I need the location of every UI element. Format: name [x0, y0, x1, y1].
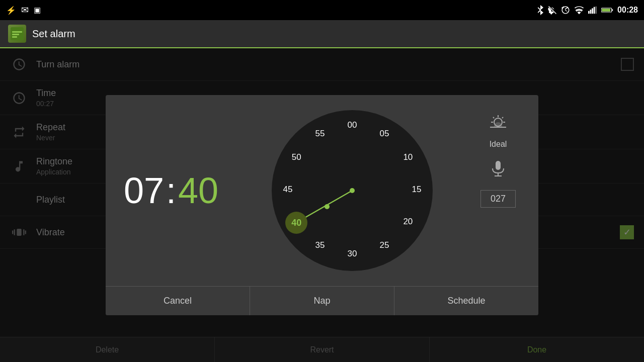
svg-rect-2 — [590, 10, 592, 14]
right-panel: Ideal — [473, 110, 523, 271]
page-title: Set alarm — [32, 28, 75, 40]
sunrise-icon — [487, 110, 509, 134]
svg-rect-7 — [612, 9, 613, 11]
svg-rect-3 — [592, 8, 593, 14]
time-colon: : — [166, 170, 176, 211]
svg-rect-11 — [12, 34, 19, 35]
clock-number[interactable]: 35 — [312, 240, 328, 250]
app-icon — [8, 25, 26, 43]
clock-face[interactable]: 40 000510152025303540455055 — [272, 110, 433, 271]
svg-line-18 — [502, 117, 503, 118]
status-left-icons: ⚡ ✉ ▣ — [6, 5, 41, 16]
wifi-icon — [574, 6, 584, 14]
signal-icon — [588, 6, 597, 14]
svg-point-14 — [325, 204, 330, 209]
alarm-icon — [561, 6, 570, 15]
svg-rect-8 — [602, 9, 610, 12]
clock-number[interactable]: 30 — [345, 249, 360, 259]
title-bar: Set alarm — [0, 20, 644, 48]
svg-rect-5 — [595, 7, 597, 14]
svg-rect-4 — [594, 7, 595, 14]
clock-container: 40 000510152025303540455055 — [242, 110, 463, 271]
mute-icon — [548, 6, 557, 15]
bluetooth-icon — [537, 5, 544, 15]
svg-rect-22 — [496, 161, 501, 170]
schedule-button[interactable]: Schedule — [394, 287, 538, 315]
dialog-body: 07 : 40 — [106, 95, 538, 286]
main-content: Turn alarm Time 00:27 R — [0, 48, 644, 362]
clock-number[interactable]: 05 — [377, 129, 392, 139]
svg-rect-10 — [12, 31, 22, 33]
selected-minute-dot: 40 — [285, 212, 307, 234]
number-input[interactable] — [480, 190, 516, 208]
time-minutes: 40 — [178, 170, 218, 211]
gmail-icon: ✉ — [21, 5, 29, 16]
status-right-icons: 00:28 — [537, 5, 638, 15]
status-bar: ⚡ ✉ ▣ — [0, 0, 644, 20]
battery-icon — [601, 7, 613, 14]
clock-number[interactable]: 55 — [312, 129, 328, 139]
cancel-button[interactable]: Cancel — [106, 287, 250, 315]
clock-number[interactable]: 00 — [345, 120, 360, 130]
time-picker-dialog: 07 : 40 — [106, 95, 538, 315]
usb-icon: ⚡ — [6, 6, 16, 15]
svg-line-20 — [493, 117, 494, 118]
clock-number[interactable]: 10 — [400, 152, 416, 162]
nap-button[interactable]: Nap — [250, 287, 394, 315]
time-hours: 07 — [124, 170, 164, 211]
ideal-label: Ideal — [490, 140, 507, 149]
dialog-buttons: Cancel Nap Schedule — [106, 286, 538, 315]
dialog-overlay: 07 : 40 — [0, 48, 644, 362]
clock-number[interactable]: 15 — [409, 185, 424, 195]
phone-icon: ▣ — [34, 6, 41, 15]
time-display: 07 : 40 — [121, 110, 231, 271]
clock-number[interactable]: 25 — [377, 240, 392, 250]
clock-number[interactable]: 50 — [289, 152, 304, 162]
clock-center — [350, 188, 355, 193]
clock-number[interactable]: 45 — [280, 185, 295, 195]
svg-rect-1 — [588, 11, 590, 14]
svg-rect-12 — [12, 36, 17, 38]
status-time: 00:28 — [617, 6, 638, 15]
microphone-icon[interactable] — [489, 159, 508, 180]
clock-number[interactable]: 20 — [400, 217, 416, 227]
